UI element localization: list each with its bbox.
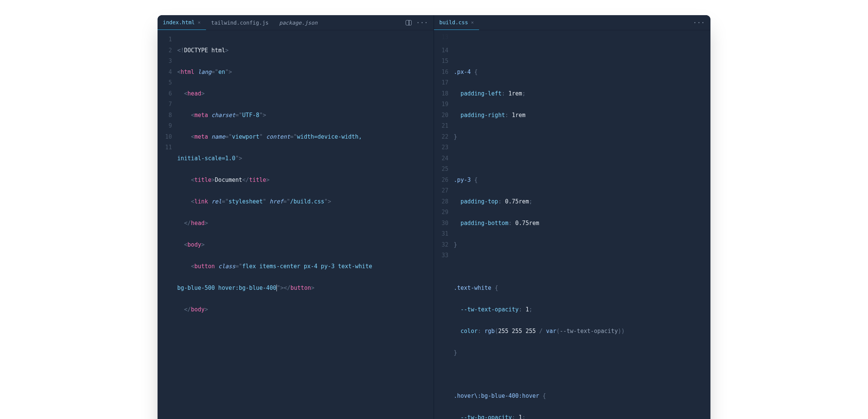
gutter: 13 14 15 16 17 18 19 20 21 22 23 24 25 2… (434, 34, 454, 419)
right-pane: build.css ✕ ··· 13 14 15 16 17 18 19 20 … (434, 15, 710, 419)
split-editor-icon[interactable] (406, 20, 412, 25)
tab-label: index.html (163, 19, 195, 25)
left-pane: index.html ✕ tailwind.config.js package.… (158, 15, 434, 419)
left-code-area[interactable]: 1 2 3 4 5 6 7 8 9 10 11 <!DOCTYPE html> … (158, 30, 434, 419)
tab-build-css[interactable]: build.css ✕ (434, 15, 479, 30)
tab-tailwind-config[interactable]: tailwind.config.js (206, 15, 274, 30)
tabbar-actions: ··· (693, 19, 710, 26)
more-icon[interactable]: ··· (693, 19, 705, 26)
code-body: .px-4 { padding-left: 1rem; padding-righ… (454, 34, 710, 419)
close-icon[interactable]: ✕ (198, 20, 200, 25)
tab-label: package.json (279, 20, 317, 26)
more-icon[interactable]: ··· (416, 19, 428, 26)
close-icon[interactable]: ✕ (471, 20, 474, 25)
tab-package-json[interactable]: package.json (274, 15, 323, 30)
right-tabbar: build.css ✕ ··· (434, 15, 710, 30)
tabbar-actions: ··· (406, 19, 434, 26)
left-tabbar: index.html ✕ tailwind.config.js package.… (158, 15, 434, 30)
gutter: 1 2 3 4 5 6 7 8 9 10 11 (158, 34, 177, 419)
tab-label: tailwind.config.js (211, 20, 269, 26)
editor-window: index.html ✕ tailwind.config.js package.… (158, 15, 710, 419)
tab-index-html[interactable]: index.html ✕ (158, 15, 206, 30)
right-code-area[interactable]: 13 14 15 16 17 18 19 20 21 22 23 24 25 2… (434, 30, 710, 419)
code-body: <!DOCTYPE html> <html lang="en"> <head> … (177, 34, 434, 419)
tab-label: build.css (439, 19, 468, 25)
